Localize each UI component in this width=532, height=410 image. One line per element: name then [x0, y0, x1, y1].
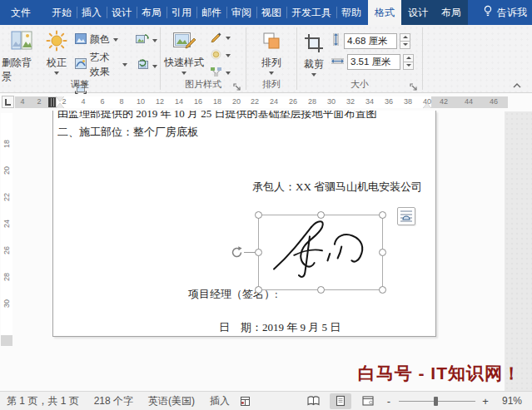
word-count[interactable]: 218 个字	[94, 394, 133, 408]
first-line-indent-marker[interactable]	[56, 96, 64, 101]
shape-height-row	[331, 32, 410, 50]
horizontal-ruler-row: 4 2 2 4 6 8 10 12 14 16 18 20 22 24 26 2…	[0, 93, 532, 111]
reset-picture-button[interactable]	[133, 58, 160, 74]
zoom-slider-thumb[interactable]	[434, 397, 438, 406]
resize-handle[interactable]	[379, 286, 386, 294]
rotation-handle[interactable]	[230, 245, 244, 259]
lightbulb-icon	[483, 5, 493, 20]
ruler-number: 8	[119, 97, 123, 106]
tab-file[interactable]: 文件	[0, 0, 42, 25]
picture-border-button[interactable]	[207, 31, 233, 46]
ruler-number: 6	[100, 97, 104, 106]
spin-up-button[interactable]	[403, 54, 414, 62]
resize-handle[interactable]	[317, 286, 325, 294]
tab-home[interactable]: 开始	[47, 0, 77, 25]
picture-tools-tab-group: 格式 设计 布局	[368, 0, 468, 25]
chevron-down-icon	[269, 72, 274, 75]
insert-mode-indicator[interactable]: 插入	[210, 394, 230, 408]
spin-down-button[interactable]	[400, 42, 410, 50]
group-adjust: 删除背景 校正 颜色	[0, 25, 160, 92]
shape-width-input[interactable]	[347, 54, 400, 70]
change-picture-button[interactable]	[133, 32, 160, 48]
horizontal-ruler[interactable]: 4 2 2 4 6 8 10 12 14 16 18 20 22 24 26 2…	[15, 96, 508, 108]
tab-review[interactable]: 审阅	[226, 0, 256, 25]
chevron-down-icon	[311, 73, 316, 77]
size-dialog-launcher[interactable]	[410, 81, 419, 90]
tab-developer[interactable]: 开发工具	[286, 0, 336, 25]
left-tab-icon	[5, 99, 11, 106]
web-page-icon	[362, 396, 374, 406]
quick-styles-icon	[172, 30, 196, 54]
ruler-number: 14	[175, 97, 183, 106]
ruler-number: 28	[308, 97, 316, 106]
language-indicator[interactable]: 英语(美国)	[148, 394, 195, 408]
group-label-adjust: 调整	[0, 78, 160, 91]
ruler-number: 22	[251, 97, 259, 106]
ribbon: 删除背景 校正 颜色	[0, 25, 532, 93]
tab-table-design[interactable]: 设计	[401, 0, 435, 25]
vertical-scrollbar[interactable]	[505, 111, 532, 391]
resize-handle[interactable]	[255, 286, 262, 294]
ruler-number: 10	[137, 97, 145, 106]
print-layout-button[interactable]	[330, 393, 351, 409]
document-page[interactable]: 由监理部提供的 2019 年 10 月 25 日提供的基础垫层接地平面布置图 二…	[52, 111, 436, 337]
vertical-ruler[interactable]: 18 20 22 24 26 28 30	[0, 113, 13, 363]
spin-up-button[interactable]	[400, 33, 410, 42]
chevron-down-icon	[122, 63, 127, 67]
ruler-number: 2	[37, 97, 41, 106]
read-mode-button[interactable]	[302, 393, 324, 409]
tab-design[interactable]: 设计	[107, 0, 137, 25]
zoom-out-button[interactable]: -	[385, 395, 393, 408]
tab-layout[interactable]: 布局	[137, 0, 167, 25]
tell-me-box[interactable]: 告诉我	[478, 0, 532, 25]
resize-handle[interactable]	[379, 249, 386, 256]
selected-signature-image[interactable]	[258, 215, 383, 290]
tab-insert[interactable]: 插入	[77, 0, 107, 25]
tab-references[interactable]: 引用	[167, 0, 196, 25]
tab-picture-format[interactable]: 格式	[368, 0, 401, 25]
resize-handle[interactable]	[317, 211, 325, 219]
resize-handle[interactable]	[255, 211, 262, 219]
ruler-number: 20	[2, 165, 11, 177]
macro-record-button[interactable]	[240, 396, 251, 407]
zoom-in-button[interactable]: +	[481, 395, 490, 408]
zoom-slider[interactable]	[399, 401, 475, 402]
change-picture-icon	[136, 33, 149, 47]
doc-contractor-line[interactable]: 承包人：XX 省驷马山机电安装公司	[252, 180, 422, 195]
tab-mailings[interactable]: 邮件	[196, 0, 226, 25]
tab-help[interactable]: 帮助	[336, 0, 366, 25]
crop-button[interactable]: 裁剪	[298, 28, 330, 77]
spin-down-button[interactable]	[403, 62, 414, 71]
web-layout-button[interactable]	[357, 393, 379, 409]
picture-effects-button[interactable]	[207, 48, 233, 63]
layout-options-button[interactable]	[397, 207, 415, 225]
ruler-number: 18	[213, 97, 221, 106]
ruler-number: 36	[385, 97, 393, 106]
doc-date-line[interactable]: 日 期：2019 年 9 月 5 日	[219, 320, 341, 335]
group-separator	[422, 27, 423, 90]
collapse-ribbon-button[interactable]	[510, 79, 524, 89]
bottom-margin-zone	[1, 335, 12, 346]
ruler-number: 26	[289, 97, 297, 106]
tab-table-layout[interactable]: 布局	[435, 0, 468, 25]
hanging-indent-marker[interactable]	[56, 103, 64, 108]
picture-styles-dialog-launcher[interactable]	[233, 81, 242, 90]
group-size: 裁剪	[297, 25, 422, 92]
resize-handle[interactable]	[379, 211, 386, 219]
chevron-down-icon	[113, 38, 118, 42]
page-indicator[interactable]: 第 1 页，共 1 页	[7, 394, 79, 408]
shape-height-input[interactable]	[344, 33, 397, 49]
right-indent-marker[interactable]	[423, 103, 431, 108]
tab-view[interactable]: 视图	[256, 0, 286, 25]
doc-paragraph-clipped[interactable]: 由监理部提供的 2019 年 10 月 25 日提供的基础垫层接地平面布置图	[57, 111, 377, 121]
zoom-level[interactable]: 91%	[495, 395, 522, 407]
color-button[interactable]: 颜色	[72, 32, 130, 47]
resize-handle[interactable]	[255, 249, 262, 256]
watermark-text: 白马号 - IT知识网！	[358, 362, 521, 385]
ruler-number: 42	[440, 97, 448, 106]
tab-stop-selector[interactable]	[2, 96, 14, 108]
table-column-marker[interactable]	[48, 97, 56, 107]
artistic-effects-button[interactable]: 艺术效果	[72, 50, 130, 80]
doc-paragraph-section[interactable]: 二、施工部位：整个厂房底板	[57, 125, 198, 140]
page-icon	[336, 395, 346, 407]
